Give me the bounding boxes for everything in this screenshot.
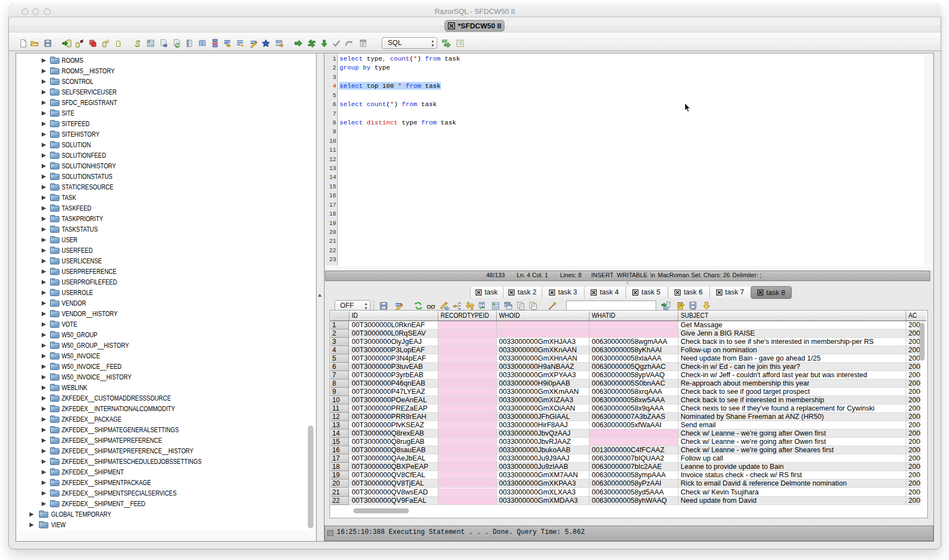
svg-text:S: S	[136, 39, 141, 48]
svg-text:66: 66	[442, 38, 448, 44]
